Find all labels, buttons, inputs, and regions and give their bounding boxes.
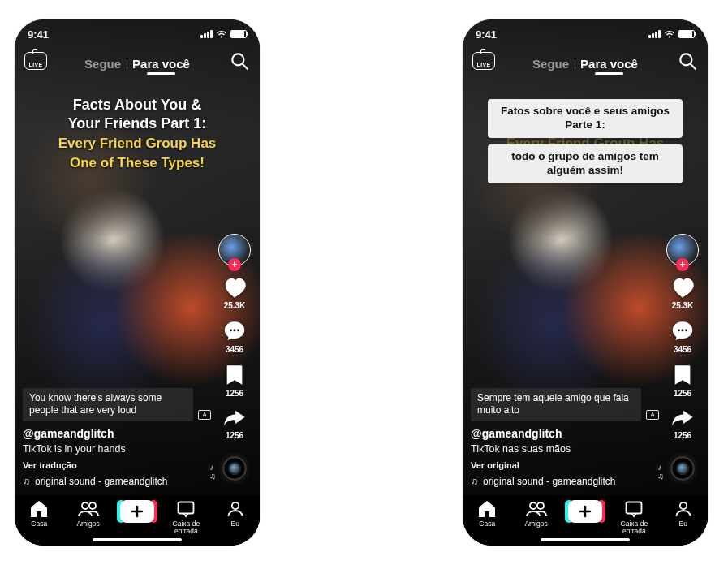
tab-inbox[interactable]: Caixa de entrada — [163, 500, 209, 534]
bookmark-button[interactable]: 1256 — [672, 364, 693, 398]
creator-handle[interactable]: @gameandglitch — [23, 427, 213, 440]
share-button[interactable]: 1256 — [222, 408, 247, 440]
share-button[interactable]: 1256 — [670, 408, 695, 440]
status-bar: 9:41 — [15, 19, 260, 44]
comment-count: 3456 — [226, 345, 243, 354]
svg-point-3 — [233, 329, 235, 331]
creator-handle[interactable]: @gameandglitch — [471, 427, 661, 440]
create-button[interactable] — [120, 500, 154, 523]
plus-icon — [131, 505, 144, 518]
translated-chip-2: todo o grupo de amigos tem alguém assim! — [488, 144, 683, 183]
creator-avatar[interactable]: + — [666, 234, 699, 266]
svg-point-6 — [89, 502, 96, 509]
tab-home-label: Casa — [479, 520, 495, 528]
like-count: 25.3K — [224, 301, 246, 310]
sound-disc[interactable] — [667, 453, 698, 484]
follow-plus-icon[interactable]: + — [228, 258, 241, 271]
like-button[interactable]: 25.3K — [670, 276, 695, 310]
bookmark-count: 1256 — [674, 389, 691, 398]
share-icon — [222, 408, 247, 429]
tab-friends-label: Amigos — [76, 520, 99, 528]
wifi-icon — [664, 30, 675, 38]
inbox-icon — [624, 500, 644, 518]
comment-icon — [670, 320, 695, 343]
battery-icon — [230, 30, 247, 38]
search-icon — [677, 50, 698, 71]
tab-create[interactable] — [114, 500, 160, 523]
heart-icon — [670, 276, 695, 299]
like-button[interactable]: 25.3K — [222, 276, 247, 310]
comment-button[interactable]: 3456 — [222, 320, 247, 354]
translated-title-chips: Fatos sobre você e seus amigos Parte 1: … — [477, 99, 693, 183]
tab-for-you[interactable]: Para você — [580, 57, 638, 71]
home-icon — [29, 500, 49, 518]
live-button[interactable]: LIVE — [24, 52, 47, 70]
subtitle-box[interactable]: You know there's always some people that… — [23, 388, 193, 421]
sound-disc[interactable] — [219, 453, 250, 484]
see-original-link[interactable]: Ver original — [471, 460, 661, 470]
action-rail: + 25.3K 3456 1256 1256 ♪ ♫ — [664, 234, 701, 484]
music-title: original sound - gameandglitch — [35, 476, 167, 487]
video-description[interactable]: TikTok nas suas mãos — [471, 443, 661, 455]
bookmark-icon — [672, 364, 693, 386]
wifi-icon — [216, 30, 227, 38]
bookmark-icon — [224, 364, 245, 386]
bookmark-button[interactable]: 1256 — [224, 364, 245, 398]
comment-icon — [222, 320, 247, 343]
tab-friends[interactable]: Amigos — [514, 500, 559, 528]
tab-create[interactable] — [562, 500, 608, 523]
svg-point-14 — [530, 502, 536, 509]
tab-me-label: Eu — [231, 520, 239, 528]
follow-plus-icon[interactable]: + — [676, 258, 689, 271]
tab-me[interactable]: Eu — [661, 500, 706, 528]
search-button[interactable] — [229, 50, 250, 71]
video-description[interactable]: TikTok is in your hands — [23, 443, 213, 455]
tab-for-you[interactable]: Para você — [132, 57, 190, 71]
battery-icon — [678, 30, 695, 38]
signal-icon — [200, 30, 213, 38]
creator-avatar[interactable]: + — [218, 234, 251, 266]
svg-line-10 — [691, 64, 696, 69]
svg-point-11 — [678, 329, 680, 331]
friends-icon — [78, 500, 99, 518]
tab-following[interactable]: Segue — [84, 57, 121, 71]
bottom-tab-bar: Casa Amigos Caixa de entrada Eu — [463, 495, 708, 546]
status-bar: 9:41 — [463, 19, 708, 44]
comment-button[interactable]: 3456 — [670, 320, 695, 354]
top-nav: LIVE Segue Para você — [463, 47, 708, 80]
tab-friends[interactable]: Amigos — [66, 500, 111, 528]
search-icon — [229, 50, 250, 71]
tab-home[interactable]: Casa — [16, 500, 62, 528]
bookmark-count: 1256 — [226, 389, 243, 398]
music-row[interactable]: ♫ original sound - gameandglitch — [23, 476, 213, 487]
share-icon — [670, 408, 695, 429]
svg-point-13 — [685, 329, 687, 331]
search-button[interactable] — [677, 50, 698, 71]
tab-inbox-label: Caixa de entrada — [611, 520, 657, 534]
share-count: 1256 — [674, 431, 691, 440]
see-translation-link[interactable]: Ver tradução — [23, 460, 213, 470]
tab-me[interactable]: Eu — [213, 500, 258, 528]
svg-point-5 — [82, 502, 88, 509]
svg-point-8 — [232, 502, 239, 509]
music-note-icon: ♫ — [471, 476, 478, 487]
tab-friends-label: Amigos — [524, 520, 547, 528]
title-sub-2: One of These Types! — [29, 154, 245, 172]
tab-following[interactable]: Segue — [532, 57, 569, 71]
tab-home[interactable]: Casa — [464, 500, 510, 528]
top-nav: LIVE Segue Para você — [15, 47, 260, 80]
signal-icon — [648, 30, 661, 38]
profile-icon — [674, 500, 692, 518]
music-row[interactable]: ♫ original sound - gameandglitch — [471, 476, 661, 487]
caption-block: You know there's always some people that… — [23, 388, 213, 487]
home-indicator — [93, 538, 182, 541]
captions-indicator-icon: A — [646, 410, 659, 420]
caption-block: Sempre tem aquele amigo que fala muito a… — [471, 388, 661, 487]
status-time: 9:41 — [28, 28, 49, 41]
tab-inbox[interactable]: Caixa de entrada — [611, 500, 657, 534]
create-button[interactable] — [568, 500, 602, 523]
live-button[interactable]: LIVE — [472, 52, 495, 70]
svg-point-17 — [680, 502, 687, 509]
subtitle-box[interactable]: Sempre tem aquele amigo que fala muito a… — [471, 388, 641, 421]
status-indicators — [648, 30, 695, 38]
